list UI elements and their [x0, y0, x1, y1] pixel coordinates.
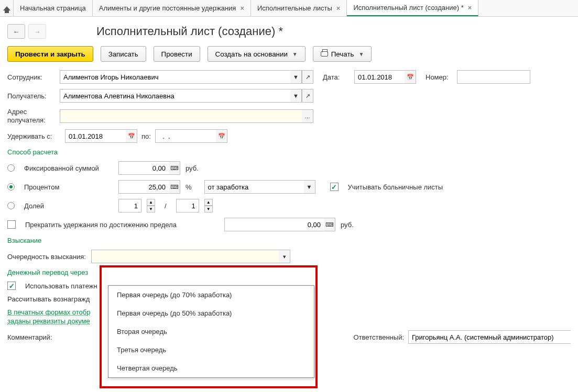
calc-icon[interactable]: ⌨	[324, 218, 335, 231]
nav-bar: ← → Исполнительный лист (создание) *	[0, 17, 578, 41]
employee-input[interactable]	[60, 70, 290, 84]
priority-input[interactable]	[91, 250, 279, 263]
save-button[interactable]: Записать	[101, 46, 146, 62]
tab-alimony[interactable]: Алименты и другие постоянные удержания ×	[93, 0, 251, 16]
fixed-unit: руб.	[186, 164, 199, 172]
create-based-on-button[interactable]: Создать на основании ▼	[208, 46, 306, 62]
priority-option[interactable]: Первая очередь (до 50% заработка)	[108, 304, 314, 322]
fraction-num-input[interactable]	[118, 199, 141, 212]
calc-icon[interactable]: ⌨	[169, 180, 180, 194]
fraction-radio[interactable]	[7, 202, 15, 209]
fraction-num-spinner[interactable]: ▲▼	[147, 199, 155, 212]
fraction-den-input[interactable]	[176, 199, 199, 212]
date-input[interactable]	[354, 70, 405, 84]
percent-field[interactable]: ⌨	[118, 180, 180, 194]
fixed-amount-input[interactable]	[118, 161, 169, 175]
priority-option[interactable]: Третья очередь	[108, 341, 314, 349]
responsible-input[interactable]	[408, 330, 571, 344]
tab-bar: Начальная страница Алименты и другие пос…	[0, 0, 578, 17]
employee-label: Сотрудник:	[7, 73, 60, 81]
print-button[interactable]: Печать ▼	[313, 46, 372, 62]
priority-dropdown: Первая очередь (до 70% заработка) Первая…	[108, 285, 314, 349]
back-button[interactable]: ←	[7, 24, 25, 39]
use-agent-checkbox[interactable]: ✓	[7, 282, 16, 290]
sick-label: Учитывать больничные листы	[348, 183, 443, 191]
percent-input[interactable]	[118, 180, 169, 194]
priority-label: Очередность взыскания:	[7, 253, 91, 261]
priority-option[interactable]: Вторая очередь	[108, 322, 314, 341]
calc-icon[interactable]: ⌨	[169, 161, 180, 175]
stop-label: Прекратить удержания по достижению преде…	[25, 221, 219, 229]
recipient-field[interactable]: ▼ ↗	[60, 89, 313, 103]
forward-button[interactable]: →	[28, 24, 46, 39]
percent-unit: %	[186, 183, 192, 191]
calendar-icon[interactable]: 📅	[216, 129, 227, 143]
withhold-to-input[interactable]	[155, 129, 216, 143]
address-label: Адрес получателя:	[7, 108, 60, 124]
fraction-label: Долей	[24, 202, 113, 210]
home-tab[interactable]	[0, 0, 14, 16]
tab-label: Начальная страница	[20, 4, 86, 12]
open-icon[interactable]: ↗	[302, 89, 313, 103]
base-input[interactable]	[204, 180, 304, 194]
chevron-down-icon: ▼	[292, 51, 298, 57]
percent-label: Процентом	[24, 183, 113, 191]
base-field[interactable]: ▼	[204, 180, 315, 194]
use-agent-label: Использовать платежн	[25, 282, 97, 290]
withhold-to-field[interactable]: 📅	[155, 129, 227, 143]
open-icon[interactable]: ↗	[302, 70, 313, 84]
tab-label: Исполнительные листы	[257, 4, 332, 12]
tab-label: Исполнительный лист (создание) *	[353, 4, 463, 12]
home-icon	[3, 6, 10, 10]
chevron-down-icon[interactable]: ▼	[304, 180, 315, 194]
fixed-amount-field[interactable]: ⌨	[118, 161, 180, 175]
chevron-down-icon[interactable]: ▾	[279, 250, 290, 263]
post-button[interactable]: Провести	[154, 46, 200, 62]
close-icon[interactable]: ×	[336, 4, 341, 12]
calendar-icon[interactable]: 📅	[405, 70, 416, 84]
priority-option[interactable]: Первая очередь (до 70% заработка)	[108, 286, 314, 304]
chevron-down-icon: ▼	[358, 51, 364, 57]
withhold-from-field[interactable]: 📅	[65, 129, 137, 143]
number-label: Номер:	[426, 73, 457, 81]
chevron-down-icon[interactable]: ▼	[290, 70, 302, 84]
comment-label: Комментарий:	[7, 333, 60, 341]
transfer-section-title: Денежный перевод через	[7, 268, 571, 276]
address-field[interactable]: …	[60, 109, 313, 123]
fixed-radio[interactable]	[7, 164, 15, 172]
recipient-label: Получатель:	[7, 92, 60, 100]
stop-amount-input[interactable]	[224, 218, 324, 231]
page-title: Исполнительный лист (создание) *	[96, 25, 283, 38]
priority-field[interactable]: ▾	[91, 250, 290, 263]
button-label: Печать	[331, 50, 354, 58]
close-icon[interactable]: ×	[468, 4, 472, 12]
fixed-label: Фиксированной суммой	[24, 164, 113, 172]
employee-field[interactable]: ▼ ↗	[60, 70, 313, 84]
close-icon[interactable]: ×	[240, 4, 244, 12]
recipient-input[interactable]	[60, 89, 290, 103]
ellipsis-icon[interactable]: …	[302, 109, 313, 123]
tab-writs[interactable]: Исполнительные листы ×	[251, 0, 347, 16]
print-forms-link2[interactable]: заданы реквизиты докуме	[7, 317, 90, 325]
tab-label: Алименты и другие постоянные удержания	[99, 4, 236, 12]
withhold-from-label: Удерживать с:	[7, 132, 65, 140]
withhold-from-input[interactable]	[65, 129, 126, 143]
print-forms-link[interactable]: В печатных формах отобр	[7, 308, 91, 316]
date-label: Дата:	[323, 73, 354, 81]
number-input[interactable]	[457, 70, 530, 84]
stop-amount-field[interactable]: ⌨	[224, 218, 335, 231]
stop-unit: руб.	[341, 221, 354, 229]
chevron-down-icon[interactable]: ▼	[290, 89, 302, 103]
collection-section-title: Взыскание	[7, 237, 571, 244]
responsible-field[interactable]	[408, 330, 571, 344]
sick-checkbox[interactable]: ✓	[330, 183, 339, 191]
post-and-close-button[interactable]: Провести и закрыть	[7, 46, 93, 62]
percent-radio[interactable]	[7, 183, 15, 191]
calendar-icon[interactable]: 📅	[126, 129, 137, 143]
address-input[interactable]	[60, 109, 302, 123]
tab-writ-create[interactable]: Исполнительный лист (создание) * ×	[347, 0, 478, 16]
date-field[interactable]: 📅	[354, 70, 416, 84]
stop-checkbox[interactable]	[7, 220, 16, 229]
fraction-den-spinner[interactable]: ▲▼	[204, 199, 213, 212]
tab-home[interactable]: Начальная страница	[14, 0, 93, 16]
